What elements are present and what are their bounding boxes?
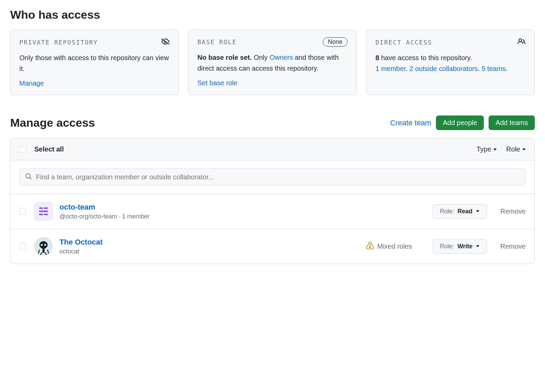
who-has-access-title: Who has access bbox=[10, 8, 535, 21]
search-icon bbox=[25, 173, 36, 181]
base-role-body: No base role set. Only Owners and those … bbox=[197, 52, 348, 74]
direct-access-count-text: have access to this repository. bbox=[379, 54, 472, 61]
remove-button[interactable]: Remove bbox=[500, 208, 526, 215]
direct-access-title: DIRECT ACCESS bbox=[375, 39, 432, 46]
select-all-checkbox[interactable] bbox=[19, 146, 26, 153]
search-input[interactable] bbox=[36, 173, 520, 181]
private-repo-title: PRIVATE REPOSITORY bbox=[19, 39, 98, 46]
svg-point-9 bbox=[41, 245, 42, 245]
base-role-card: BASE ROLE None No base role set. Only Ow… bbox=[188, 30, 357, 95]
access-cards: PRIVATE REPOSITORY Only those with acces… bbox=[10, 30, 535, 95]
svg-rect-0 bbox=[39, 208, 43, 209]
svg-rect-1 bbox=[44, 208, 48, 209]
search-box[interactable] bbox=[19, 168, 526, 185]
alert-icon bbox=[366, 242, 374, 251]
role-dropdown[interactable]: Role: Write bbox=[433, 239, 487, 254]
caret-down-icon bbox=[476, 210, 479, 212]
eye-closed-icon bbox=[161, 37, 170, 47]
row-subtitle: @octo-org/octo-team · 1 member bbox=[59, 213, 433, 220]
row-name-link[interactable]: octo-team bbox=[59, 203, 433, 212]
private-repo-card: PRIVATE REPOSITORY Only those with acces… bbox=[10, 30, 179, 95]
base-role-bold: No base role set. bbox=[197, 54, 252, 61]
team-avatar bbox=[34, 202, 53, 220]
caret-down-icon bbox=[522, 148, 526, 150]
row-checkbox[interactable] bbox=[19, 208, 26, 215]
row-name-link[interactable]: The Octocat bbox=[59, 238, 366, 247]
teams-link[interactable]: 5 teams bbox=[481, 65, 506, 72]
type-filter[interactable]: Type bbox=[477, 145, 497, 153]
access-table: Select all Type Role octo-team @ bbox=[10, 138, 535, 264]
svg-rect-2 bbox=[39, 211, 48, 212]
mixed-roles-label: Mixed roles bbox=[377, 243, 412, 250]
svg-point-13 bbox=[370, 247, 370, 247]
select-all-label: Select all bbox=[34, 145, 64, 153]
base-role-title: BASE ROLE bbox=[197, 38, 237, 46]
direct-access-body: 8 have access to this repository. 1 memb… bbox=[375, 52, 526, 74]
role-dropdown[interactable]: Role: Read bbox=[433, 204, 487, 219]
caret-down-icon bbox=[493, 148, 497, 150]
manage-link[interactable]: Manage bbox=[19, 79, 44, 87]
collaborators-link[interactable]: 2 outside collaborators bbox=[409, 65, 478, 72]
table-header: Select all Type Role bbox=[11, 139, 534, 160]
manage-access-title: Manage access bbox=[10, 116, 95, 129]
owners-link[interactable]: Owners bbox=[269, 54, 293, 61]
people-icon bbox=[517, 37, 526, 47]
role-filter[interactable]: Role bbox=[506, 145, 526, 153]
add-people-button[interactable]: Add people bbox=[436, 115, 484, 130]
row-checkbox[interactable] bbox=[19, 243, 26, 250]
direct-access-card: DIRECT ACCESS 8 have access to this repo… bbox=[366, 30, 535, 95]
base-role-badge: None bbox=[323, 37, 348, 47]
mixed-roles-indicator: Mixed roles bbox=[366, 242, 412, 251]
remove-button[interactable]: Remove bbox=[500, 243, 526, 250]
svg-rect-4 bbox=[44, 214, 48, 215]
set-base-role-link[interactable]: Set base role bbox=[197, 79, 238, 87]
user-avatar bbox=[34, 237, 53, 255]
svg-rect-3 bbox=[39, 214, 43, 215]
svg-point-6 bbox=[39, 241, 48, 249]
table-row: The Octocat octocat Mixed roles Role: Wr… bbox=[11, 229, 534, 264]
direct-access-count: 8 bbox=[375, 54, 379, 61]
table-row: octo-team @octo-org/octo-team · 1 member… bbox=[11, 194, 534, 229]
base-role-pre: Only bbox=[254, 54, 270, 61]
create-team-link[interactable]: Create team bbox=[390, 119, 431, 127]
svg-rect-11 bbox=[42, 248, 45, 253]
svg-point-10 bbox=[45, 245, 46, 245]
row-subtitle: octocat bbox=[59, 248, 366, 255]
private-repo-body: Only those with access to this repositor… bbox=[19, 52, 170, 74]
members-link[interactable]: 1 member bbox=[375, 65, 406, 72]
caret-down-icon bbox=[476, 245, 479, 247]
add-teams-button[interactable]: Add teams bbox=[489, 115, 535, 130]
